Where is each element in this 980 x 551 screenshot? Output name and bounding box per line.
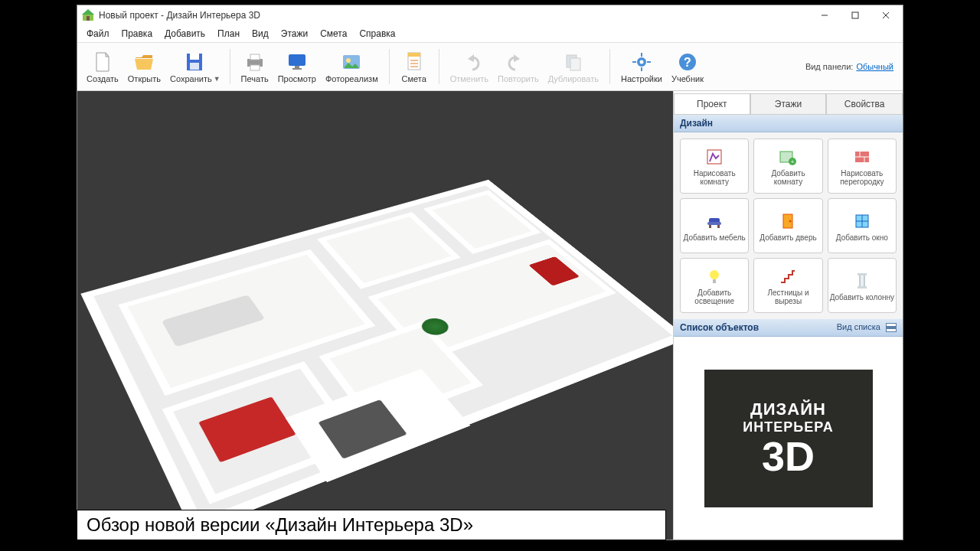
card-add-window[interactable]: Добавить окно — [828, 198, 897, 253]
toolbar-preview[interactable]: Просмотр — [273, 44, 321, 89]
toolbar-save[interactable]: Сохранить▼ — [165, 44, 224, 89]
floorplan-render — [88, 183, 673, 525]
menu-floors[interactable]: Этажи — [275, 27, 314, 41]
app-icon — [82, 9, 94, 21]
svg-rect-55 — [713, 279, 716, 283]
svg-marker-25 — [468, 54, 474, 62]
toolbar-open[interactable]: Открыть — [123, 44, 165, 89]
card-add-column[interactable]: Добавить колонну — [828, 258, 897, 313]
svg-rect-21 — [408, 53, 420, 57]
open-folder-icon — [132, 50, 156, 74]
redo-icon — [506, 50, 531, 74]
maximize-button[interactable] — [840, 5, 871, 25]
panel-mode-label: Вид панели: — [805, 62, 853, 71]
card-add-furniture[interactable]: Добавить мебель — [680, 198, 749, 253]
list-view-toggle-icon[interactable] — [886, 323, 897, 332]
menu-edit[interactable]: Правка — [116, 27, 159, 41]
svg-rect-11 — [190, 63, 199, 70]
design-section-header: Дизайн — [674, 115, 903, 132]
card-draw-partition[interactable]: Нарисовать перегородку — [828, 139, 897, 194]
svg-marker-26 — [514, 54, 520, 62]
svg-rect-17 — [292, 68, 302, 70]
svg-text:+: + — [791, 158, 795, 165]
svg-rect-10 — [190, 54, 199, 60]
svg-rect-33 — [632, 61, 636, 63]
list-view-label: Вид списка — [837, 322, 880, 331]
duplicate-icon — [561, 50, 586, 74]
svg-rect-13 — [250, 54, 260, 60]
toolbar-estimate[interactable]: Смета — [396, 44, 433, 89]
object-list: ДИЗАЙН ИНТЕРЬЕРА 3D — [674, 337, 903, 540]
svg-point-54 — [710, 270, 719, 279]
svg-rect-4 — [852, 12, 858, 18]
menu-bar: Файл Правка Добавить План Вид Этажи Смет… — [77, 25, 903, 42]
tab-properties[interactable]: Свойства — [826, 93, 903, 114]
3d-viewport[interactable] — [77, 91, 673, 540]
svg-point-19 — [346, 58, 351, 63]
toolbar-duplicate[interactable]: Дублировать — [544, 44, 603, 89]
tab-floors[interactable]: Этажи — [750, 93, 827, 114]
svg-rect-48 — [717, 225, 720, 228]
svg-rect-28 — [570, 58, 580, 70]
photorealism-icon — [339, 50, 364, 74]
menu-view[interactable]: Вид — [246, 27, 275, 41]
draw-partition-icon — [851, 146, 873, 168]
menu-file[interactable]: Файл — [80, 27, 116, 41]
close-button[interactable] — [871, 5, 901, 25]
card-add-room[interactable]: + Добавить комнату — [753, 139, 822, 194]
toolbar-create[interactable]: Создать — [82, 44, 123, 89]
svg-point-30 — [639, 60, 643, 64]
toolbar-print[interactable]: Печать — [237, 44, 273, 89]
minimize-button[interactable] — [809, 5, 840, 25]
menu-plan[interactable]: План — [211, 27, 246, 41]
svg-rect-47 — [709, 225, 711, 228]
svg-rect-34 — [647, 61, 651, 63]
toolbar-redo[interactable]: Повторить — [493, 44, 544, 89]
printer-icon — [243, 50, 267, 74]
svg-marker-8 — [106, 53, 109, 57]
svg-marker-1 — [82, 9, 94, 15]
window-title: Новый проект - Дизайн Интерьера 3D — [99, 10, 809, 21]
stairs-icon — [777, 266, 799, 287]
card-add-door[interactable]: Добавить дверь — [753, 198, 822, 253]
toolbar-settings[interactable]: Настройки — [616, 44, 667, 89]
panel-mode-link[interactable]: Обычный — [856, 62, 893, 71]
side-panel: Проект Этажи Свойства Дизайн Нарисовать … — [673, 91, 903, 540]
card-draw-room[interactable]: Нарисовать комнату — [680, 139, 749, 194]
add-door-icon — [777, 210, 799, 232]
video-caption: Обзор новой версии «Дизайн Интерьера 3D» — [77, 510, 666, 540]
menu-help[interactable]: Справка — [353, 27, 401, 41]
objects-section-header: Список объектов Вид списка — [674, 319, 903, 337]
svg-rect-14 — [250, 65, 260, 70]
svg-point-50 — [789, 220, 792, 222]
add-room-icon: + — [777, 146, 799, 168]
app-window: Новый проект - Дизайн Интерьера 3D Файл … — [77, 5, 903, 540]
toolbar-tutorial[interactable]: ? Учебник — [667, 44, 708, 89]
svg-rect-16 — [295, 66, 299, 68]
design-card-grid: Нарисовать комнату + Добавить комнату На… — [674, 132, 903, 319]
svg-rect-2 — [87, 16, 90, 21]
card-stairs[interactable]: Лестницы и вырезы — [753, 258, 822, 313]
monitor-icon — [285, 50, 309, 74]
title-bar: Новый проект - Дизайн Интерьера 3D — [77, 5, 903, 25]
toolbar: Создать Открыть Сохранить▼ Печать Просмо… — [77, 42, 903, 91]
tab-project[interactable]: Проект — [674, 93, 750, 114]
dropdown-arrow-icon: ▼ — [214, 75, 220, 83]
svg-rect-56 — [860, 275, 864, 287]
add-column-icon — [851, 270, 873, 292]
svg-text:?: ? — [684, 56, 691, 69]
menu-estimate[interactable]: Смета — [314, 27, 353, 41]
toolbar-undo[interactable]: Отменить — [446, 44, 493, 89]
draw-room-icon — [704, 146, 725, 168]
undo-icon — [457, 50, 482, 74]
svg-rect-57 — [858, 273, 867, 276]
promo-logo: ДИЗАЙН ИНТЕРЬЕРА 3D — [704, 370, 873, 507]
toolbar-photoreal[interactable]: Фотореализм — [321, 44, 383, 89]
menu-add[interactable]: Добавить — [158, 27, 211, 41]
card-add-lighting[interactable]: Добавить освещение — [680, 258, 749, 313]
add-lighting-icon — [704, 266, 725, 287]
svg-rect-58 — [858, 286, 867, 289]
new-file-icon — [90, 50, 115, 74]
gear-icon — [629, 50, 654, 74]
svg-rect-15 — [289, 54, 305, 66]
